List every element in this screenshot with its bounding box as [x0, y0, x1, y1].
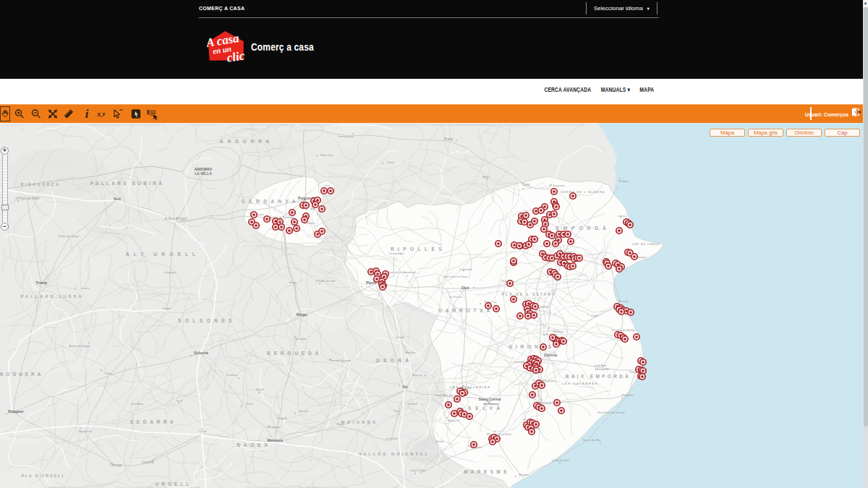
svg-text:PALLARS JUSSÀ: PALLARS JUSSÀ	[21, 294, 84, 299]
svg-text:MARESME: MARESME	[464, 469, 510, 474]
svg-text:Sant Celoni: Sant Celoni	[410, 468, 426, 472]
svg-text:Tona: Tona	[393, 410, 400, 413]
svg-text:Tàrrega: Tàrrega	[110, 463, 122, 467]
svg-text:SOLSONÈS: SOLSONÈS	[178, 317, 236, 323]
svg-text:GARROTXA: GARROTXA	[438, 308, 493, 313]
svg-text:Bescanó: Bescanó	[514, 361, 525, 364]
svg-text:Arbúcies: Arbúcies	[448, 419, 460, 422]
svg-text:la Pobla de Lillet: la Pobla de Lillet	[315, 280, 336, 283]
svg-text:SERRA DE L'ALBERA: SERRA DE L'ALBERA	[561, 191, 605, 194]
svg-text:Artesa de Segre: Artesa de Segre	[69, 344, 91, 348]
svg-text:Torroella de Montgrí: Torroella de Montgrí	[611, 329, 637, 332]
svg-text:Guissona: Guissona	[132, 402, 145, 406]
svg-text:la Jonquera: la Jonquera	[549, 184, 566, 187]
svg-text:Torà: Torà	[176, 399, 183, 403]
svg-text:Moià: Moià	[336, 422, 344, 426]
svg-text:Avinyó: Avinyó	[299, 410, 307, 413]
svg-text:clic: clic	[226, 48, 246, 64]
svg-text:Sallent: Sallent	[278, 416, 288, 420]
svg-text:la Seu d'Urgell: la Seu d'Urgell	[164, 217, 187, 221]
svg-text:Olot: Olot	[461, 286, 469, 290]
svg-text:Torelló: Torelló	[396, 335, 405, 339]
svg-text:RIBAGORÇA: RIBAGORÇA	[21, 182, 61, 187]
svg-text:Calaf: Calaf	[199, 429, 207, 433]
svg-text:ANDORRA: ANDORRA	[195, 168, 213, 171]
svg-text:Ceret: Ceret	[522, 183, 530, 187]
svg-text:ALT URGELL: ALT URGELL	[126, 252, 200, 257]
svg-text:Formiguera: Formiguera	[338, 134, 354, 138]
svg-text:Gironella: Gironella	[294, 337, 307, 341]
svg-text:Balaguer: Balaguer	[8, 409, 23, 414]
svg-text:NOGUERA: NOGUERA	[0, 372, 43, 377]
svg-text:Breda: Breda	[436, 440, 444, 443]
svg-text:l'Escala: l'Escala	[618, 299, 629, 303]
svg-text:Manresa: Manresa	[267, 438, 282, 442]
svg-text:BERGUEDÀ: BERGUEDÀ	[267, 350, 322, 356]
svg-text:Llançà: Llançà	[618, 214, 627, 218]
svg-text:PLA DE L'ESTANY: PLA DE L'ESTANY	[502, 293, 556, 296]
svg-text:de Farners: de Farners	[483, 402, 499, 406]
svg-text:Mont-lluís: Mont-lluís	[320, 153, 333, 157]
svg-text:Berga: Berga	[297, 312, 307, 317]
svg-text:BAGES: BAGES	[237, 442, 271, 448]
svg-text:Súria: Súria	[246, 402, 253, 406]
svg-text:Ponts: Ponts	[105, 372, 113, 375]
svg-text:SELVA: SELVA	[468, 406, 504, 411]
svg-text:Lloret de Mar: Lloret de Mar	[552, 458, 570, 462]
svg-text:Castellfollit: Castellfollit	[459, 268, 473, 271]
svg-text:OSONA: OSONA	[375, 358, 412, 363]
svg-text:Sant Feliu de Guíxols: Sant Feliu de Guíxols	[597, 411, 625, 414]
svg-text:Palamós: Palamós	[621, 393, 634, 397]
svg-text:Santpedor: Santpedor	[267, 426, 280, 429]
svg-text:SEGARRA: SEGARRA	[130, 419, 176, 424]
svg-text:el Pont de Suert: el Pont de Suert	[16, 197, 41, 200]
svg-text:LA VELLA: LA VELLA	[195, 172, 212, 176]
svg-text:VALLÈS ORIENTAL: VALLÈS ORIENTAL	[359, 451, 430, 456]
svg-text:Blanes: Blanes	[519, 473, 529, 476]
svg-text:i: i	[85, 107, 89, 121]
svg-text:Tossa de Mar: Tossa de Mar	[582, 438, 601, 442]
svg-text:Solsona: Solsona	[194, 351, 208, 355]
svg-text:Manlleu: Manlleu	[405, 351, 416, 354]
svg-text:Alp: Alp	[310, 207, 315, 210]
svg-text:PLA D'URGELL: PLA D'URGELL	[22, 474, 66, 478]
svg-text:Verges: Verges	[590, 314, 599, 317]
svg-text:Prada: Prada	[444, 137, 454, 141]
svg-text:Pobla de Segur: Pobla de Segur	[59, 234, 80, 238]
svg-text:Prats de Lluçanès: Prats de Lluçanès	[329, 359, 351, 362]
svg-text:Sant Joan les Fonts: Sant Joan les Fonts	[443, 275, 468, 278]
svg-text:Oleta: Oleta	[387, 160, 395, 164]
svg-text:Santa Coloma: Santa Coloma	[479, 398, 501, 401]
svg-text:Cardona: Cardona	[226, 373, 238, 377]
svg-text:Camprodon: Camprodon	[388, 252, 405, 255]
svg-text:LES GAVARRES: LES GAVARRES	[562, 382, 598, 385]
svg-text:BAIX EMPORDÀ: BAIX EMPORDÀ	[566, 373, 631, 379]
svg-text:Agramunt: Agramunt	[79, 429, 93, 433]
svg-text:ANDORRA: ANDORRA	[220, 139, 273, 144]
svg-text:Girona: Girona	[544, 353, 558, 357]
svg-text:d'Empordà: d'Empordà	[595, 367, 610, 371]
svg-text:X,Y: X,Y	[97, 112, 106, 118]
svg-text:GIRONÈS: GIRONÈS	[509, 343, 555, 349]
svg-text:Sils: Sils	[523, 419, 527, 421]
svg-text:Tremp: Tremp	[35, 281, 46, 285]
svg-text:MOIANÈS: MOIANÈS	[341, 419, 378, 424]
svg-text:Isona: Isona	[82, 286, 90, 290]
svg-text:Oliana: Oliana	[162, 307, 171, 310]
svg-text:Navàs: Navàs	[256, 388, 265, 391]
svg-text:Cervera: Cervera	[141, 461, 153, 464]
svg-text:Taradell: Taradell	[407, 403, 417, 406]
svg-text:Portbou: Portbou	[618, 179, 629, 183]
svg-text:Arles: Arles	[482, 175, 490, 179]
svg-text:**: **	[119, 108, 123, 113]
svg-text:PALLARS SOBIRÀ: PALLARS SOBIRÀ	[90, 180, 164, 186]
svg-text:RIPOLLÈS: RIPOLLÈS	[391, 246, 446, 252]
svg-text:CERDANYA: CERDANYA	[242, 199, 299, 204]
svg-text:Organyà: Organyà	[164, 270, 176, 274]
svg-text:les Preses: les Preses	[449, 296, 462, 299]
svg-text:Bagà: Bagà	[289, 281, 297, 284]
svg-text:Medinyà: Medinyà	[553, 330, 564, 333]
svg-text:CAP DE CREUS: CAP DE CREUS	[632, 243, 660, 246]
svg-text:Roda de Ter: Roda de Ter	[412, 374, 427, 377]
svg-text:Llívia: Llívia	[324, 184, 331, 187]
